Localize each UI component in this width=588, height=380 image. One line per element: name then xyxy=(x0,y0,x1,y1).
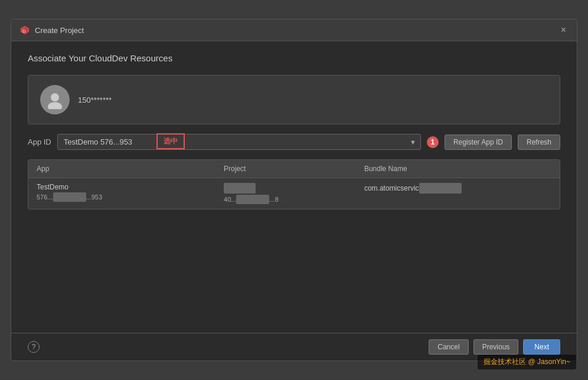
col-header-project: Project xyxy=(224,165,364,173)
app-id-select-wrapper: TestDemo 576...953 ▼ 选中 xyxy=(57,134,421,150)
avatar-icon xyxy=(45,90,64,109)
dialog-title-text: Create Project xyxy=(35,26,84,35)
previous-button[interactable]: Previous xyxy=(473,339,519,355)
dialog-body: Associate Your CloudDev Resources 150***… xyxy=(11,41,577,333)
app-id-select[interactable]: TestDemo 576...953 xyxy=(57,134,421,150)
cell-app: TestDemo 576...xxxxxxxx...953 xyxy=(37,183,224,204)
col-header-bundle: Bundle Name xyxy=(364,165,551,173)
cell-bundle: com.atomicservicxxxxxxxxxx xyxy=(364,183,551,204)
footer-actions: Cancel Previous Next xyxy=(429,339,560,355)
watermark: 掘金技术社区 @ JasonYin~ xyxy=(478,355,576,369)
dialog-titlebar: D Create Project × xyxy=(11,19,577,41)
create-project-dialog: D Create Project × Associate Your CloudD… xyxy=(11,19,577,361)
table-header: App Project Bundle Name xyxy=(28,160,560,178)
refresh-button[interactable]: Refresh xyxy=(518,135,560,150)
svg-point-4 xyxy=(48,102,62,109)
svg-point-3 xyxy=(51,93,59,101)
avatar xyxy=(40,85,70,114)
app-icon: D xyxy=(19,25,30,35)
table-row[interactable]: TestDemo 576...xxxxxxxx...953 xxxxxxx 40… xyxy=(28,178,560,209)
cell-project: xxxxxxx 40...xxxxxxxx...8 xyxy=(224,183,364,204)
app-table: App Project Bundle Name TestDemo 576...x… xyxy=(28,159,560,209)
help-icon[interactable]: ? xyxy=(28,341,40,353)
app-id-row: App ID TestDemo 576...953 ▼ 选中 1 Registe… xyxy=(28,134,560,150)
close-button[interactable]: × xyxy=(558,24,569,36)
next-button[interactable]: Next xyxy=(523,339,560,355)
register-app-id-button[interactable]: Register App ID xyxy=(445,135,512,150)
account-name: 150******* xyxy=(78,96,112,104)
col-header-app: App xyxy=(37,165,224,173)
tooltip-badge[interactable]: 1 xyxy=(427,136,439,148)
svg-text:D: D xyxy=(22,28,26,34)
account-card: 150******* xyxy=(28,75,560,125)
dialog-title-area: D Create Project xyxy=(19,25,84,35)
section-title: Associate Your CloudDev Resources xyxy=(28,53,560,63)
app-id-label: App ID xyxy=(28,137,51,146)
cancel-button[interactable]: Cancel xyxy=(429,339,468,355)
